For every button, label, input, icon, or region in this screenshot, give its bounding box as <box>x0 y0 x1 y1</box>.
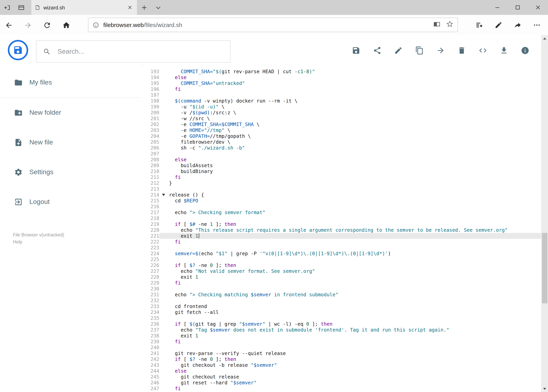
code-line: 217 echo "> Checking semver format" <box>143 210 541 215</box>
code-line: 214release () { <box>143 192 541 198</box>
scrollbar-thumb[interactable] <box>542 233 547 303</box>
browser-tab[interactable]: wizard.sh <box>31 0 137 15</box>
code-line: 221 exit 1 <box>143 233 541 239</box>
code-text <box>159 203 541 210</box>
tab-list-chevron-icon[interactable] <box>151 0 165 15</box>
line-number: 247 <box>143 385 159 392</box>
move-button[interactable] <box>436 46 445 55</box>
vertical-scrollbar[interactable] <box>541 35 548 392</box>
line-number: 199 <box>143 104 159 110</box>
sidebar-item-label: My files <box>29 79 52 86</box>
window-close-button[interactable] <box>528 0 548 15</box>
code-line: 210 buildBinary <box>143 168 541 174</box>
delete-button[interactable] <box>457 46 466 55</box>
line-number: 245 <box>143 374 159 380</box>
line-number: 222 <box>143 239 159 245</box>
scroll-up-button[interactable] <box>541 35 548 42</box>
code-text: buildAssets <box>159 162 541 168</box>
line-number: 246 <box>143 380 159 385</box>
line-number: 193 <box>143 69 159 74</box>
code-line: 230 <box>143 286 541 292</box>
forward-button[interactable] <box>24 21 32 29</box>
code-line: 219 if [ $# -ne 1 ]; then <box>143 221 541 227</box>
home-button[interactable] <box>62 21 70 29</box>
code-text: git checkout release <box>159 374 541 380</box>
code-line: 220 echo "This release script requires a… <box>143 227 541 233</box>
raw-code-button[interactable] <box>478 46 487 55</box>
code-line: 228 exit 1 <box>143 274 541 280</box>
tab-close-icon[interactable] <box>126 4 133 11</box>
line-number: 207 <box>143 151 159 157</box>
help-link[interactable]: Help <box>13 238 64 245</box>
code-text: COMMIT_SHA="$(git rev-parse HEAD | cut -… <box>159 69 541 74</box>
code-line: 218 <box>143 215 541 221</box>
search-input[interactable] <box>57 47 223 56</box>
tab-title: wizard.sh <box>43 5 123 10</box>
line-number: 233 <box>143 303 159 309</box>
sidebar-item-my-files[interactable]: My files <box>0 68 142 98</box>
share-button[interactable] <box>373 46 381 55</box>
code-editor[interactable]: 193 COMMIT_SHA="$(git rev-parse HEAD | c… <box>143 65 541 392</box>
code-text <box>159 297 541 303</box>
code-text: echo "Not valid semver format. See semve… <box>159 268 541 274</box>
save-button[interactable] <box>352 46 360 55</box>
code-text: COMMIT_SHA="untracked" <box>159 80 541 86</box>
web-note-pen-icon[interactable] <box>494 21 503 29</box>
line-number: 236 <box>143 321 159 327</box>
sidebar-item-settings[interactable]: Settings <box>0 157 142 187</box>
new-tab-button[interactable] <box>137 0 151 15</box>
sidebar-item-new-file[interactable]: New file <box>0 128 142 157</box>
line-number: 235 <box>143 315 159 321</box>
set-tabs-aside-icon[interactable] <box>0 0 14 15</box>
line-number: 213 <box>143 186 159 192</box>
code-line: 213 <box>143 186 541 192</box>
code-text <box>159 186 541 192</box>
site-info-icon[interactable] <box>93 22 99 28</box>
share-page-icon[interactable] <box>513 21 522 29</box>
code-text: fi <box>159 385 541 392</box>
line-number: 229 <box>143 280 159 286</box>
sidebar-item-label: Logout <box>29 198 50 206</box>
address-bar[interactable]: filebrowser.web/files/wizard.sh <box>88 18 458 32</box>
line-number: 215 <box>143 198 159 203</box>
line-number: 202 <box>143 121 159 127</box>
code-text <box>159 151 541 157</box>
code-line: 195 COMMIT_SHA="untracked" <box>143 80 541 86</box>
line-number: 225 <box>143 256 159 262</box>
rename-button[interactable] <box>394 46 402 55</box>
sidebar-item-logout[interactable]: Logout <box>0 187 142 217</box>
line-number: 200 <box>143 110 159 115</box>
code-text: cd frontend <box>159 303 541 309</box>
copy-button[interactable] <box>415 46 423 55</box>
refresh-button[interactable] <box>43 21 51 29</box>
tab-preview-icon[interactable] <box>14 0 28 15</box>
code-line: 227 echo "Not valid semver format. See s… <box>143 268 541 274</box>
line-number: 223 <box>143 245 159 251</box>
sidebar-footer: File Browser v(untracked) Help <box>13 231 64 245</box>
code-text: filebrowser/dev \ <box>159 139 541 145</box>
line-number: 218 <box>143 215 159 221</box>
more-menu-icon[interactable] <box>533 21 541 29</box>
filebrowser-logo[interactable] <box>8 40 28 60</box>
line-number: 221 <box>143 233 159 239</box>
code-lines: 193 COMMIT_SHA="$(git rev-parse HEAD | c… <box>143 69 541 392</box>
code-line: 242 if [ $? -ne 0 ]; then <box>143 356 541 362</box>
code-text: else <box>159 157 541 162</box>
download-button[interactable] <box>499 46 508 55</box>
scroll-down-button[interactable] <box>541 385 548 392</box>
maximize-button[interactable] <box>507 0 528 15</box>
reading-view-icon[interactable] <box>434 21 440 29</box>
code-line: 196 fi <box>143 86 541 92</box>
info-button[interactable] <box>520 46 529 55</box>
sidebar-item-new-folder[interactable]: New folder <box>0 98 142 128</box>
hub-favorites-icon[interactable] <box>475 21 483 29</box>
line-number: 204 <box>143 133 159 139</box>
code-text <box>159 344 541 350</box>
fold-arrow-icon[interactable] <box>162 194 165 196</box>
code-line: 204 -e GOPATH=//tmp/gopath \ <box>143 133 541 139</box>
add-favorite-star-icon[interactable] <box>446 21 453 29</box>
minimize-button[interactable] <box>487 0 507 15</box>
search-bar[interactable] <box>36 40 230 63</box>
back-button[interactable] <box>5 21 13 29</box>
code-text: exit 1 <box>159 274 541 280</box>
